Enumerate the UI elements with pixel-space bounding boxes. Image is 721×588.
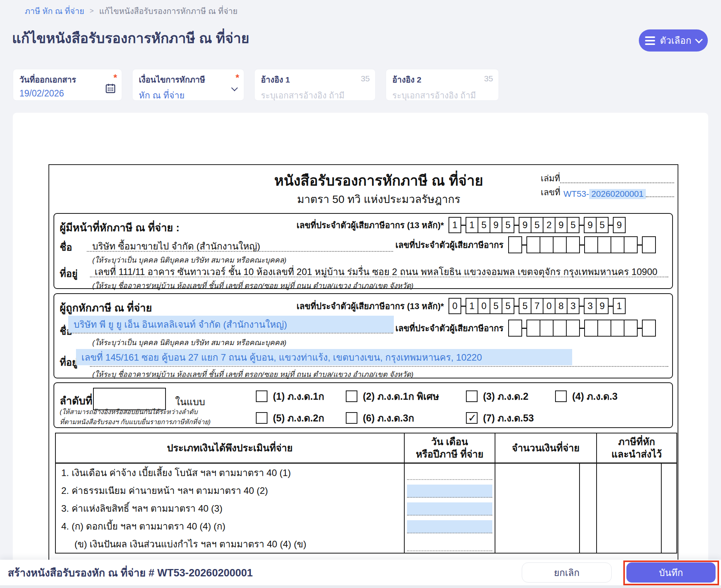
table-row: 2. ค่าธรรมเนียม ค่านายหน้า ฯลฯ ตามมาตรา …	[56, 481, 676, 499]
amount-cell[interactable]	[495, 517, 579, 535]
payer-taxid-boxes: 1 1595 95295 95 9	[448, 217, 626, 233]
digit-box: 2	[543, 217, 555, 233]
amount-cell[interactable]	[495, 499, 579, 517]
tax-cell[interactable]	[596, 481, 661, 499]
reference1-input[interactable]: ระบุเอกสารอ้างอิง ถ้ามี	[261, 89, 369, 102]
breadcrumb-separator: >	[90, 7, 94, 15]
date-cell[interactable]	[404, 481, 495, 499]
withholding-condition-field[interactable]: เงื่อนไขการหักภาษี หัก ณ ที่จ่าย *	[132, 69, 244, 101]
date-cell[interactable]	[404, 517, 495, 535]
digit-box: 3	[567, 298, 580, 314]
reference1-field[interactable]: อ้างอิง 1 ระบุเอกสารอ้างอิง ถ้ามี 35	[254, 69, 376, 101]
checkbox-label: (3) ภ.ง.ด.2	[483, 389, 528, 404]
digit-box: 5	[519, 298, 531, 314]
amount-cell[interactable]	[495, 481, 579, 499]
income-type-cell: 4. (ก) ดอกเบี้ย ฯลฯ ตามมาตรา 40 (4) (ก)	[56, 517, 404, 535]
amount-cell[interactable]	[495, 464, 579, 481]
digit-box: 5	[502, 217, 514, 233]
tax-satang-cell[interactable]	[661, 499, 676, 517]
tax-cell[interactable]	[596, 464, 661, 481]
cancel-button[interactable]: ยกเลิก	[522, 562, 612, 583]
tax-satang-cell[interactable]	[661, 481, 676, 499]
checkbox-pnd2k[interactable]: (5) ภ.ง.ด.2ก	[256, 410, 324, 426]
digit-box: 5	[478, 217, 490, 233]
payer-header: ผู้มีหน้าที่หักภาษี ณ ที่จ่าย :	[60, 219, 179, 236]
breadcrumb-parent-link[interactable]: ภาษี หัก ณ ที่จ่าย	[25, 5, 84, 17]
sequence-note-line1: (ให้สามารถอ้างอิงหรือสอบยันกันได้ระหว่าง…	[60, 406, 198, 417]
digit-box: 3	[584, 298, 597, 314]
checkbox-pnd3k[interactable]: (6) ภ.ง.ด.3ก	[346, 410, 414, 426]
tax-satang-cell[interactable]	[661, 464, 676, 481]
digit-box: 0	[543, 298, 555, 314]
options-button-label: ตัวเลือก	[660, 33, 692, 48]
amount-satang-cell[interactable]	[579, 464, 596, 481]
doc-no-value[interactable]: 20260200001	[589, 189, 646, 199]
issue-date-value[interactable]: 19/02/2026	[19, 88, 116, 99]
checkbox-icon[interactable]	[346, 412, 357, 424]
checkbox-pnd2[interactable]: (3) ภ.ง.ด.2	[466, 389, 528, 404]
payee-old-taxid-boxes	[508, 320, 656, 337]
payee-taxid-boxes: 0 1055 57083 39 1	[448, 298, 626, 314]
reference2-label: อ้างอิง 2	[392, 73, 492, 86]
date-cell[interactable]	[404, 499, 495, 517]
tax-cell[interactable]	[596, 499, 661, 517]
amount-satang-cell[interactable]	[579, 499, 596, 517]
digit-box: 0	[478, 298, 490, 314]
checkbox-icon[interactable]	[256, 390, 267, 402]
checkbox-icon[interactable]	[256, 412, 267, 424]
payer-address-note: (ให้ระบุ ชื่ออาคาร/หมู่บ้าน ห้องเลขที่ ช…	[92, 280, 414, 291]
checkbox-icon[interactable]	[555, 390, 567, 402]
save-button[interactable]: บันทึก	[626, 562, 716, 583]
amount-cell[interactable]	[495, 535, 579, 553]
tax-satang-cell[interactable]	[661, 517, 676, 535]
tax-cell[interactable]	[596, 517, 661, 535]
digit-box: 1	[466, 217, 478, 233]
reference2-field[interactable]: อ้างอิง 2 ระบุเอกสารอ้างอิง ถ้ามี 35	[386, 69, 499, 101]
tax-satang-cell[interactable]	[661, 535, 676, 553]
payer-old-taxid-boxes	[508, 236, 656, 253]
app-window: ภาษี หัก ณ ที่จ่าย > แก้ไขหนังสือรับรองก…	[0, 0, 721, 588]
checkbox-label: (1) ภ.ง.ด.1ก	[273, 389, 324, 404]
book-number-block: เล่มที่ เลขที่ WT53- 20260200001	[541, 171, 674, 199]
checkbox-pnd1k[interactable]: (1) ภ.ง.ด.1ก	[256, 389, 324, 404]
checkbox-pnd1k-special[interactable]: (2) ภ.ง.ด.1ก พิเศษ	[346, 389, 439, 404]
amount-satang-cell[interactable]	[579, 535, 596, 553]
breadcrumb-current: แก้ไขหนังสือรับรองการหักภาษี ณ ที่จ่าย	[99, 5, 238, 17]
tax-cell[interactable]	[596, 535, 661, 553]
date-cell[interactable]	[404, 535, 495, 553]
digit-box: 5	[596, 217, 609, 233]
amount-satang-cell[interactable]	[579, 517, 596, 535]
amount-satang-cell[interactable]	[579, 481, 596, 499]
payee-taxid-label: เลขที่ประจำตัวผู้เสียภาษีอากร (13 หลัก)*	[297, 299, 444, 313]
checkbox-icon[interactable]	[466, 390, 478, 402]
checkbox-pnd3[interactable]: (4) ภ.ง.ด.3	[555, 389, 618, 404]
required-asterisk: *	[114, 72, 117, 83]
page-title: แก้ไขหนังสือรับรองการหักภาษี ณ ที่จ่าย	[12, 27, 249, 49]
header-date: วัน เดือน หรือปีภาษี ที่จ่าย	[404, 433, 495, 462]
calendar-icon[interactable]	[105, 83, 116, 95]
payer-old-taxid-row: เลขที่ประจำตัวผู้เสียภาษีอากร	[395, 236, 656, 253]
issue-date-field[interactable]: วันที่ออกเอกสาร 19/02/2026 *	[13, 69, 122, 101]
payer-name-line	[87, 238, 393, 252]
date-cell[interactable]	[404, 464, 495, 481]
income-type-cell: (ข) เงินปันผล เงินส่วนแบ่งกำไร ฯลฯ ตามมา…	[56, 535, 404, 553]
reference1-maxlength: 35	[361, 74, 370, 83]
checkbox-pnd53[interactable]: (7) ภ.ง.ด.53	[466, 410, 534, 426]
reference2-input[interactable]: ระบุเอกสารอ้างอิง ถ้ามี	[392, 89, 492, 102]
checkbox-label: (5) ภ.ง.ด.2ก	[273, 410, 324, 426]
doc-no-dotted-line	[646, 196, 674, 197]
digit-box: 1	[448, 217, 461, 233]
checkbox-label: (7) ภ.ง.ด.53	[483, 410, 534, 426]
income-table: ประเภทเงินได้พึงประเมินที่จ่าย วัน เดือน…	[55, 433, 677, 554]
digit-box: 1	[613, 298, 626, 314]
checkbox-icon[interactable]	[346, 390, 357, 402]
withholding-condition-value[interactable]: หัก ณ ที่จ่าย	[139, 88, 238, 102]
digit-box: 9	[596, 298, 609, 314]
digit-box: 5	[490, 298, 502, 314]
book-no-label: เล่มที่	[541, 172, 560, 185]
options-button[interactable]: ตัวเลือก	[639, 29, 708, 52]
payee-old-taxid-label: เลขที่ประจำตัวผู้เสียภาษีอากร	[395, 322, 504, 335]
required-asterisk: *	[236, 72, 239, 83]
checkbox-icon[interactable]	[466, 412, 478, 424]
payee-name-line	[67, 319, 393, 334]
